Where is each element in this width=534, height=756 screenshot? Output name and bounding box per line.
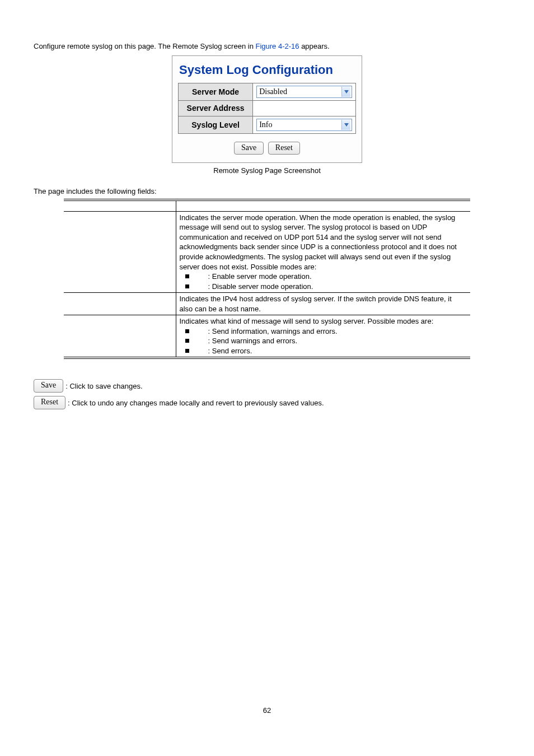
square-bullet-icon — [185, 329, 189, 333]
intro-paragraph: Configure remote syslog on this page. Th… — [34, 41, 500, 52]
fields-intro: The page includes the following fields: — [34, 187, 500, 195]
fields-header-description — [176, 200, 470, 211]
syslog-level-value: Info — [259, 120, 272, 129]
table-row: Indicates the IPv4 host address of syslo… — [64, 293, 470, 315]
page-number: 62 — [0, 706, 534, 715]
intro-text-before: Configure remote syslog on this page. Th… — [34, 42, 255, 50]
reset-button-note: : Click to undo any changes made locally… — [68, 399, 324, 407]
screenshot-caption: Remote Syslog Page Screenshot — [34, 166, 500, 175]
field-object-1 — [64, 293, 176, 315]
table-row: Indicates the server mode operation. Whe… — [64, 211, 470, 292]
field0-bullet0-text: : Enable server mode operation. — [208, 272, 312, 281]
field-object-0 — [64, 211, 176, 292]
square-bullet-icon — [185, 284, 189, 288]
fields-header-object — [64, 200, 176, 211]
field-object-2 — [64, 315, 176, 358]
server-mode-value: Disabled — [259, 87, 287, 96]
figure-reference-link[interactable]: Figure 4-2-16 — [255, 42, 299, 50]
field2-bullet1-text: : Send warnings and errors. — [208, 337, 298, 345]
server-address-cell[interactable] — [253, 100, 356, 116]
field2-bullet0-text: : Send information, warnings and errors. — [208, 327, 338, 335]
field2-bullet2-text: : Send errors. — [208, 347, 252, 355]
field-desc-1: Indicates the IPv4 host address of syslo… — [176, 293, 470, 315]
field-desc-0: Indicates the server mode operation. Whe… — [180, 213, 457, 271]
button-notes: Save : Click to save changes. Reset : Cl… — [34, 379, 500, 409]
syslog-level-label: Syslog Level — [179, 116, 253, 133]
server-mode-label: Server Mode — [179, 83, 253, 100]
server-mode-dropdown[interactable]: Disabled — [256, 86, 352, 98]
screenshot-title: System Log Configuration — [179, 63, 356, 77]
syslog-level-dropdown[interactable]: Info — [256, 119, 352, 131]
reset-button[interactable]: Reset — [268, 142, 300, 155]
square-bullet-icon — [185, 274, 189, 278]
config-table: Server Mode Disabled Server Address — [178, 83, 356, 134]
intro-text-after: appears. — [299, 42, 330, 50]
table-row: Indicates what kind of message will send… — [64, 315, 470, 358]
field-desc-2: Indicates what kind of message will send… — [180, 317, 434, 325]
server-address-label: Server Address — [179, 100, 253, 116]
save-button[interactable]: Save — [234, 142, 264, 155]
save-button-note: : Click to save changes. — [65, 382, 142, 390]
chevron-down-icon — [341, 87, 350, 97]
square-bullet-icon — [185, 339, 189, 343]
reset-button-inline[interactable]: Reset — [34, 396, 65, 409]
screenshot-panel: System Log Configuration Server Mode Dis… — [172, 55, 362, 164]
square-bullet-icon — [185, 349, 189, 353]
chevron-down-icon — [341, 120, 350, 130]
fields-description-table: Indicates the server mode operation. Whe… — [64, 199, 470, 359]
field0-bullet1-text: : Disable server mode operation. — [208, 282, 313, 291]
save-button-inline[interactable]: Save — [34, 379, 63, 393]
